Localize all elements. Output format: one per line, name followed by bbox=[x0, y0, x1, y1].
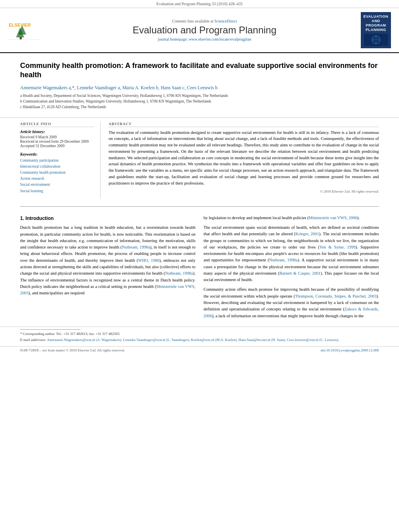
sciencedirect-link[interactable]: Contents lists available at ScienceDirec… bbox=[48, 19, 361, 23]
intro-paragraph-2: by legislation to develop and implement … bbox=[204, 215, 379, 221]
keyword-3: Community health promotion bbox=[20, 170, 94, 176]
right-column: by legislation to develop and implement … bbox=[204, 215, 379, 322]
citation-who-1986[interactable]: WHO, 1986 bbox=[138, 258, 159, 263]
article-info-panel: ARTICLE INFO Article history: Received 9… bbox=[20, 122, 101, 198]
article-title: Community health promotion: A framework … bbox=[20, 61, 379, 80]
keyword-6: Social learning bbox=[20, 188, 94, 194]
citation-barnett-casper[interactable]: Barnett & Casper, 2001 bbox=[280, 271, 321, 275]
keywords-list: Community participation Intersectoral co… bbox=[20, 158, 94, 194]
received-date: Received 9 March 2009 bbox=[20, 135, 94, 139]
journal-center-info: Contents lists available at ScienceDirec… bbox=[48, 19, 361, 41]
copyright-line: © 2010 Elsevier Ltd. All rights reserved… bbox=[109, 189, 379, 193]
citation-text: Evaluation and Program Planning 33 (2010… bbox=[156, 2, 243, 6]
cover-title-line2: AND bbox=[372, 19, 380, 23]
emails-label: E-mail addresses: bbox=[20, 338, 46, 342]
abstract-text: The evaluation of community health promo… bbox=[109, 129, 379, 187]
intro-paragraph-3: The social environment spans social dete… bbox=[204, 224, 379, 283]
svg-text:ELSEVIER: ELSEVIER bbox=[9, 23, 31, 27]
received-revised-date: Received in revised form 29 December 200… bbox=[20, 140, 94, 144]
journal-citation-header: Evaluation and Program Planning 33 (2010… bbox=[0, 0, 399, 8]
corresponding-author-note: * Corresponding author. Tel.: +31 317 48… bbox=[20, 331, 379, 337]
citation-nutbeam-1998a-2[interactable]: Nutbeam, 1998a bbox=[165, 271, 193, 275]
citation-thompson-2003[interactable]: Thompson, Coronado, Snipes, & Puschel, 2… bbox=[295, 294, 376, 298]
keyword-4: Action research bbox=[20, 176, 94, 182]
history-label: Article history: bbox=[20, 129, 94, 134]
affiliations: a Health and Society, Department of Soci… bbox=[20, 93, 379, 110]
section-divider bbox=[20, 206, 379, 207]
keyword-2: Intersectoral collaboration bbox=[20, 164, 94, 170]
keywords-label: Keywords: bbox=[20, 152, 94, 156]
journal-homepage[interactable]: journal homepage: www.elsevier.com/locat… bbox=[48, 37, 361, 41]
citation-zakocs-edwards[interactable]: Zakocs & Edwards, 2006 bbox=[204, 307, 379, 318]
journal-title: Evaluation and Program Planning bbox=[48, 25, 361, 36]
citation-ministeriele-2006[interactable]: Ministeriele van VWS, 2006 bbox=[309, 216, 358, 220]
doi-link[interactable]: doi:10.1016/j.evalprogplan.2009.12.008 bbox=[321, 348, 379, 352]
article-history: Article history: Received 9 March 2009 R… bbox=[20, 129, 94, 148]
sciencedirect-text: ScienceDirect bbox=[214, 19, 237, 23]
main-article-content: 1. Introduction Dutch health promotion h… bbox=[0, 211, 399, 327]
intro-paragraph-1: Dutch health promotion has a long tradit… bbox=[20, 224, 195, 296]
citation-ministeriele-2003[interactable]: Ministeriele van VWS, 2003 bbox=[20, 284, 195, 295]
article-title-section: Community health promotion: A framework … bbox=[0, 53, 399, 118]
abstract-section: ABSTRACT The evaluation of community hea… bbox=[109, 122, 379, 198]
left-column: 1. Introduction Dutch health promotion h… bbox=[20, 215, 195, 322]
footnotes-area: * Corresponding author. Tel.: +31 317 48… bbox=[0, 327, 399, 346]
accepted-date: Accepted 31 December 2009 bbox=[20, 144, 94, 148]
elsevier-logo: ELSEVIER bbox=[8, 19, 40, 41]
email-addresses: E-mail addresses: Annemarie.Wagemakers@w… bbox=[20, 337, 379, 343]
affiliation-c: c Händellaan 27, 4120 AD Culemborg, The … bbox=[20, 105, 379, 110]
article-info-label: ARTICLE INFO bbox=[20, 122, 94, 127]
email-list[interactable]: Annemarie.Wagemakers@wur.nl (A. Wagemake… bbox=[47, 338, 339, 342]
keyword-1: Community participation bbox=[20, 158, 94, 164]
bottom-footer: 0149-7189/$ – see front matter © 2010 El… bbox=[0, 346, 399, 354]
cover-title-line1: EVALUATION bbox=[363, 14, 388, 19]
affiliation-a: a Health and Society, Department of Soci… bbox=[20, 93, 379, 99]
journal-cover-image: EVALUATION AND PROGRAM PLANNING bbox=[361, 12, 391, 48]
citation-nutbeam-1998a-3[interactable]: Nutbeam, 1998a bbox=[269, 258, 298, 262]
affiliation-b: b Communication and Innovation Studies, … bbox=[20, 99, 379, 104]
article-info-abstract: ARTICLE INFO Article history: Received 9… bbox=[0, 118, 399, 202]
citation-yen-syme[interactable]: Yen & Syme, 1999 bbox=[319, 245, 356, 249]
keyword-5: Social environment bbox=[20, 182, 94, 188]
article-authors: Annemarie Wagemakers a,*, Lenneke Vaandr… bbox=[20, 85, 379, 91]
issn-copyright: 0149-7189/$ – see front matter © 2010 El… bbox=[20, 348, 125, 352]
intro-paragraph-4: Community action offers much promise for… bbox=[204, 286, 379, 319]
abstract-label: ABSTRACT bbox=[109, 122, 379, 127]
section1-heading: 1. Introduction bbox=[20, 215, 195, 222]
citation-nutbeam-1998a-1[interactable]: Nutbeam, 1998a bbox=[122, 245, 150, 249]
journal-header: ELSEVIER Contents lists available at Sci… bbox=[0, 8, 399, 53]
keywords-section: Keywords: Community participation Inters… bbox=[20, 152, 94, 194]
svg-rect-4 bbox=[20, 37, 22, 39]
citation-krieger-2001[interactable]: Krieger, 2001 bbox=[296, 232, 319, 236]
cover-title-line3: PROGRAM PLANNING bbox=[362, 23, 389, 32]
